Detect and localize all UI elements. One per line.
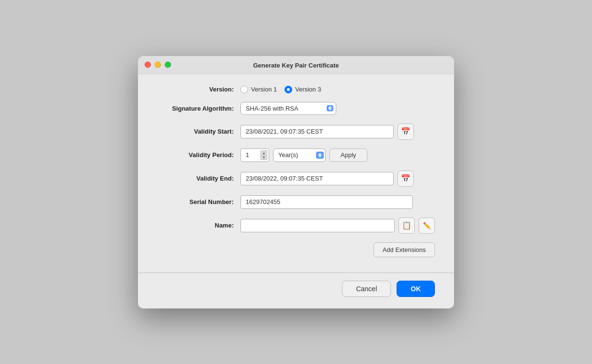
dialog-title: Generate Key Pair Certificate (253, 62, 339, 69)
calendar-icon: 📅 (401, 127, 410, 136)
serial-number-row: Serial Number: (157, 195, 435, 209)
sig-algo-select[interactable]: SHA-256 with RSA SHA-384 with RSA SHA-51… (240, 102, 336, 115)
name-label: Name: (157, 222, 234, 229)
edit-button[interactable]: ✏️ (419, 217, 435, 234)
name-input[interactable] (240, 219, 395, 232)
calendar-end-icon: 📅 (401, 174, 410, 183)
serial-number-input[interactable] (240, 195, 413, 209)
validity-start-row: Validity Start: 📅 (157, 124, 435, 140)
validity-start-calendar-button[interactable]: 📅 (398, 124, 414, 140)
version-radio-group: Version 1 Version 3 (240, 86, 435, 93)
title-bar: Generate Key Pair Certificate (138, 56, 454, 74)
traffic-lights (145, 62, 171, 68)
dialog-body: Version: Version 1 Version 3 Signature A… (138, 74, 454, 308)
cancel-button[interactable]: Cancel (342, 281, 391, 297)
sig-algo-select-wrapper: SHA-256 with RSA SHA-384 with RSA SHA-51… (240, 102, 336, 115)
minimize-button[interactable] (155, 62, 161, 68)
sig-algo-label: Signature Algorithm: (157, 105, 234, 112)
validity-period-unit-wrapper: Year(s) Month(s) Day(s) (273, 148, 326, 162)
validity-period-controls: ▲ ▼ Year(s) Month(s) Day(s) Apply (240, 148, 435, 162)
extensions-row: Add Extensions (157, 242, 435, 265)
name-row: Name: 📋 ✏️ (157, 217, 435, 234)
version-row: Version: Version 1 Version 3 (157, 86, 435, 93)
button-row: Cancel OK (157, 273, 435, 299)
dialog-window: Generate Key Pair Certificate Version: V… (138, 56, 454, 308)
pencil-icon: ✏️ (423, 222, 431, 229)
ok-button[interactable]: OK (397, 281, 435, 297)
version-label: Version: (157, 86, 234, 93)
sig-algo-controls: SHA-256 with RSA SHA-384 with RSA SHA-51… (240, 102, 435, 115)
name-controls: 📋 ✏️ (240, 217, 435, 234)
validity-start-label: Validity Start: (157, 128, 234, 135)
version1-radio-label: Version 1 (251, 86, 277, 93)
version3-radio-label: Version 3 (295, 86, 321, 93)
version3-radio-circle[interactable] (285, 86, 292, 93)
contact-book-icon: 📋 (402, 221, 411, 230)
contact-book-button[interactable]: 📋 (398, 217, 415, 234)
validity-period-number-wrapper: ▲ ▼ (240, 148, 269, 162)
apply-button[interactable]: Apply (330, 148, 367, 162)
add-extensions-button[interactable]: Add Extensions (374, 242, 435, 257)
validity-end-calendar-button[interactable]: 📅 (398, 171, 414, 187)
validity-end-label: Validity End: (157, 175, 234, 182)
sig-algo-row: Signature Algorithm: SHA-256 with RSA SH… (157, 102, 435, 115)
serial-number-controls (240, 195, 435, 209)
serial-number-label: Serial Number: (157, 198, 234, 205)
validity-period-row: Validity Period: ▲ ▼ Year(s) Month(s) Da… (157, 148, 435, 162)
validity-period-stepper-up[interactable]: ▲ (261, 150, 267, 155)
version3-radio-item[interactable]: Version 3 (285, 86, 321, 93)
validity-period-stepper-down[interactable]: ▼ (261, 155, 267, 160)
validity-start-controls: 📅 (240, 124, 435, 140)
validity-end-input[interactable] (240, 172, 394, 185)
validity-start-input[interactable] (240, 125, 394, 138)
validity-period-unit-select[interactable]: Year(s) Month(s) Day(s) (273, 148, 326, 162)
version1-radio-circle[interactable] (240, 86, 248, 93)
maximize-button[interactable] (165, 62, 171, 68)
validity-period-label: Validity Period: (157, 151, 234, 159)
validity-end-row: Validity End: 📅 (157, 171, 435, 187)
validity-end-controls: 📅 (240, 171, 435, 187)
validity-period-stepper: ▲ ▼ (261, 150, 267, 160)
close-button[interactable] (145, 62, 151, 68)
version1-radio-item[interactable]: Version 1 (240, 86, 277, 93)
